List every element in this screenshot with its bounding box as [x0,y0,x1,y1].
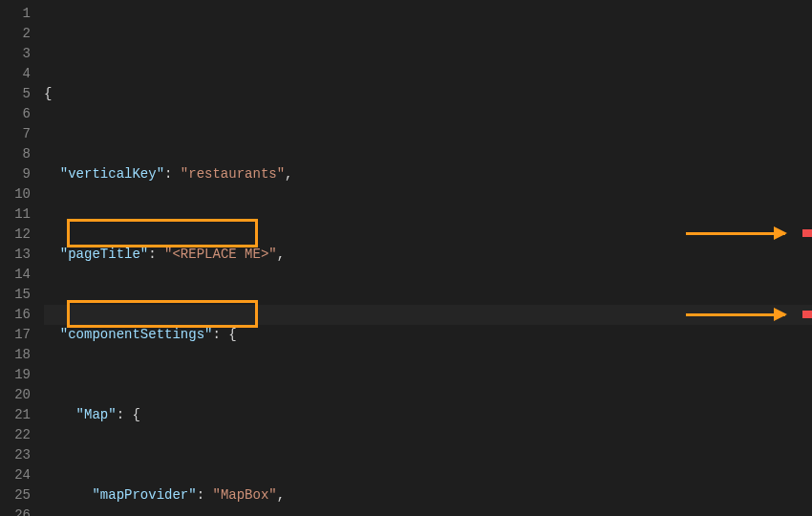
code-line[interactable]: "componentSettings": { [44,325,812,345]
code-line[interactable]: "verticalKey": "restaurants", [44,164,812,184]
line-number: 25 [0,485,31,505]
code-line[interactable]: "pageTitle": "<REPLACE ME>", [44,245,812,265]
line-number: 2 [0,24,31,44]
line-number: 26 [0,505,31,516]
line-number: 13 [0,245,31,265]
line-number: 15 [0,285,31,305]
line-number-gutter: 1 2 3 4 5 6 7 8 9 10 11 12 13 14 15 16 1… [0,0,44,516]
error-marker-icon[interactable] [802,311,812,318]
overview-ruler[interactable] [802,0,812,516]
code-line[interactable]: "mapProvider": "MapBox", [44,485,812,505]
line-number: 5 [0,84,31,104]
line-number: 22 [0,425,31,445]
line-number: 14 [0,265,31,285]
line-number: 18 [0,345,31,365]
arrow-right-icon [686,313,785,316]
line-number: 4 [0,64,31,84]
code-line[interactable]: "Map": { [44,405,812,425]
highlight-box-line16 [67,300,258,328]
line-number: 7 [0,124,31,144]
code-line[interactable]: { [44,84,812,104]
line-number: 19 [0,365,31,385]
line-number: 23 [0,445,31,465]
line-number: 12 [0,225,31,245]
line-number: 16 [0,305,31,325]
code-editor[interactable]: 1 2 3 4 5 6 7 8 9 10 11 12 13 14 15 16 1… [0,0,812,516]
line-number: 9 [0,164,31,184]
line-number: 11 [0,204,31,225]
line-number: 17 [0,325,31,345]
highlight-box-line12 [67,219,258,247]
line-number: 10 [0,184,31,204]
line-number: 6 [0,104,31,124]
error-marker-icon[interactable] [802,229,812,237]
line-number: 1 [0,4,31,24]
line-number: 3 [0,44,31,64]
code-area[interactable]: { "verticalKey": "restaurants", "pageTit… [44,0,812,516]
line-number: 20 [0,385,31,405]
line-number: 8 [0,144,31,164]
arrow-right-icon [686,232,785,235]
line-number: 21 [0,405,31,425]
line-number: 24 [0,465,31,485]
